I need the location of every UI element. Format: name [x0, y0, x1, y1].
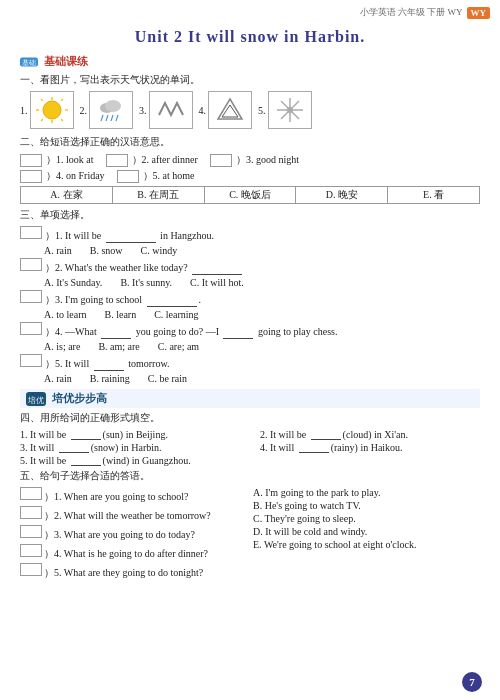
- page-number: 7: [462, 672, 482, 692]
- match-q5: ）5. What are they going to do tonight?: [44, 566, 203, 580]
- fill-row-3: 5. It will be (wind) in Guangzhou.: [20, 455, 480, 466]
- choice-opts-2: A. It's Sunday. B. It's sunny. C. It wil…: [44, 277, 480, 288]
- weather-item-2: 2.: [80, 91, 134, 129]
- weather-item-3: 3.: [139, 91, 193, 129]
- opt-1b: B. snow: [90, 245, 123, 256]
- phrase-paren-2: [106, 154, 128, 167]
- main-title: Unit 2 It will snow in Harbin.: [20, 28, 480, 46]
- section5-questions: ）1. When are you going to school? ）2. Wh…: [20, 487, 247, 582]
- match-ans-1: A. I'm going to the park to play.: [253, 487, 480, 498]
- choice-opts-4: A. is; are B. am; are C. are; am: [44, 341, 480, 352]
- phrase-paren-3: [210, 154, 232, 167]
- choice-q4: ）4. —What you going to do? —I going to p…: [45, 325, 480, 339]
- section5-answers: A. I'm going to the park to play. B. He'…: [253, 487, 480, 582]
- match-row-5: ）5. What are they going to do tonight?: [20, 563, 247, 580]
- opt-3b: B. learn: [105, 309, 137, 320]
- opt-4b: B. am; are: [98, 341, 139, 352]
- opt-1a: A. rain: [44, 245, 72, 256]
- svg-text:基础: 基础: [22, 59, 36, 66]
- svg-marker-17: [218, 99, 242, 119]
- choice-paren-2: [20, 258, 42, 271]
- fill-item-2: 2. It will be (cloud) in Xi'an.: [260, 429, 480, 440]
- choice-paren-3: [20, 290, 42, 303]
- phrase-item-4: ）4. on Friday: [46, 169, 105, 183]
- choice-row-2: ）2. What's the weather like today?: [20, 258, 480, 275]
- section3-instruction: 三、单项选择。: [20, 208, 480, 222]
- section-divider: 培优 培优步步高: [20, 389, 480, 408]
- weather-box-1: [30, 91, 74, 129]
- fill-row-1: 1. It will be (sun) in Beijing. 2. It wi…: [20, 429, 480, 440]
- match-row-1: ）1. When are you going to school?: [20, 487, 247, 504]
- section3: 三、单项选择。 ）1. It will be in Hangzhou. A. r…: [20, 208, 480, 384]
- opt-5c: C. be rain: [148, 373, 187, 384]
- page: 小学英语 六年级 下册 WY WY Unit 2 It will snow in…: [0, 0, 500, 700]
- divider-title: 培优步步高: [52, 391, 107, 406]
- match-ans-3: C. They're going to sleep.: [253, 513, 480, 524]
- phrase-item-1: ）1. look at: [46, 153, 94, 167]
- choice-opts-3: A. to learn B. learn C. learning: [44, 309, 480, 320]
- section5: 五、给句子选择合适的答语。 ）1. When are you going to …: [20, 469, 480, 582]
- svg-point-23: [287, 107, 293, 113]
- answer-d: D. 晚安: [296, 187, 388, 203]
- weather-num-5: 5.: [258, 105, 266, 116]
- top-right-label: 小学英语 六年级 下册 WY WY: [360, 6, 490, 19]
- weather-num-1: 1.: [20, 105, 28, 116]
- match-row-4: ）4. What is he going to do after dinner?: [20, 544, 247, 561]
- match-row-3: ）3. What are you going to do today?: [20, 525, 247, 542]
- choice-q1: ）1. It will be in Hangzhou.: [45, 229, 480, 243]
- svg-line-16: [116, 115, 118, 121]
- section1-header: 基础 基础课练: [20, 54, 480, 69]
- section5-instruction: 五、给句子选择合适的答语。: [20, 469, 480, 483]
- fill-item-5: 5. It will be (wind) in Guangzhou.: [20, 455, 240, 466]
- choice-paren-4: [20, 322, 42, 335]
- svg-line-14: [106, 115, 108, 121]
- match-q1: ）1. When are you going to school?: [44, 490, 189, 504]
- opt-1c: C. windy: [141, 245, 178, 256]
- answer-b: B. 在周五: [113, 187, 205, 203]
- weather-box-2: [89, 91, 133, 129]
- choice-paren-5: [20, 354, 42, 367]
- match-row-2: ）2. What will the weather be tomorrow?: [20, 506, 247, 523]
- weather-num-3: 3.: [139, 105, 147, 116]
- section1-instruction: 一、看图片，写出表示天气状况的单词。: [20, 73, 480, 87]
- weather-box-5: [268, 91, 312, 129]
- weather-box-4: [208, 91, 252, 129]
- section5-content: ）1. When are you going to school? ）2. Wh…: [20, 487, 480, 582]
- fill-item-4: 4. It will (rainy) in Haikou.: [260, 442, 480, 453]
- choice-row-5: ）5. It will tomorrow.: [20, 354, 480, 371]
- svg-line-15: [111, 115, 113, 121]
- weather-item-4: 4.: [199, 91, 253, 129]
- opt-4c: C. are; am: [158, 341, 199, 352]
- choice-paren-1: [20, 226, 42, 239]
- answer-e: E. 看: [388, 187, 479, 203]
- textbook-label: 小学英语 六年级 下册 WY: [360, 6, 463, 19]
- section4: 四、用所给词的正确形式填空。 1. It will be (sun) in Be…: [20, 411, 480, 466]
- opt-4a: A. is; are: [44, 341, 80, 352]
- choice-q2: ）2. What's the weather like today?: [45, 261, 480, 275]
- choice-row-3: ）3. I'm going to school .: [20, 290, 480, 307]
- phrase-row-2: ）4. on Friday ）5. at home: [20, 169, 480, 183]
- section1-icon: 基础: [20, 55, 38, 69]
- match-ans-2: B. He's going to watch TV.: [253, 500, 480, 511]
- phrase-paren-1: [20, 154, 42, 167]
- choice-opts-1: A. rain B. snow C. windy: [44, 245, 480, 256]
- choice-q5: ）5. It will tomorrow.: [45, 357, 480, 371]
- choice-row-4: ）4. —What you going to do? —I going to p…: [20, 322, 480, 339]
- match-q2: ）2. What will the weather be tomorrow?: [44, 509, 211, 523]
- publisher-logo: WY: [467, 7, 491, 19]
- section4-instruction: 四、用所给词的正确形式填空。: [20, 411, 480, 425]
- answer-c: C. 晚饭后: [205, 187, 297, 203]
- section2-instruction: 二、给短语选择正确的汉语意思。: [20, 135, 480, 149]
- phrase-paren-5: [117, 170, 139, 183]
- weather-item-5: 5.: [258, 91, 312, 129]
- svg-line-10: [41, 119, 43, 121]
- opt-2c: C. It will hot.: [190, 277, 244, 288]
- svg-marker-18: [222, 105, 238, 117]
- match-q4: ）4. What is he going to do after dinner?: [44, 547, 208, 561]
- phrase-item-5: ）5. at home: [143, 169, 195, 183]
- svg-point-2: [43, 101, 61, 119]
- opt-5a: A. rain: [44, 373, 72, 384]
- answer-bar: A. 在家 B. 在周五 C. 晚饭后 D. 晚安 E. 看: [20, 186, 480, 204]
- fill-row-2: 3. It will (snow) in Harbin. 4. It will …: [20, 442, 480, 453]
- divider-icon: 培优: [26, 392, 46, 406]
